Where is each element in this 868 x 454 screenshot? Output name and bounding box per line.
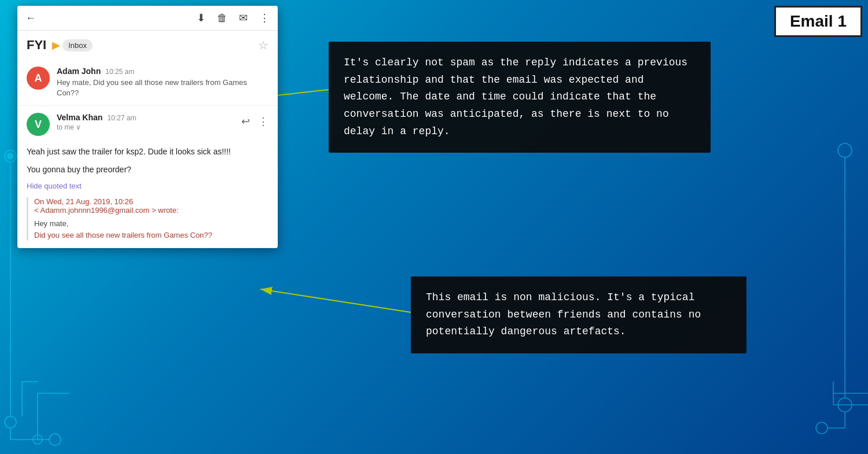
sender-name-1: Adam John bbox=[57, 67, 101, 76]
email-row-1[interactable]: A Adam John 10:25 am Hey mate, Did you s… bbox=[17, 60, 278, 106]
svg-point-12 bbox=[838, 143, 852, 157]
email-panel: ← ⬇ 🗑 ✉ ⋮ FYI ▶ Inbox ☆ A Adam John 10:2… bbox=[17, 6, 278, 248]
avatar-adam: A bbox=[27, 67, 50, 90]
toolbar: ← ⬇ 🗑 ✉ ⋮ bbox=[17, 6, 278, 31]
quoted-text: Hey mate, Did you see all those new trai… bbox=[34, 218, 269, 241]
expanded-info: Velma Khan 10:27 am to me ∨ bbox=[57, 113, 241, 131]
quoted-greeting: Hey mate, bbox=[34, 218, 269, 230]
svg-point-2 bbox=[49, 434, 61, 445]
body-line-2: You gonna buy the preorder? bbox=[27, 163, 269, 176]
toolbar-icons: ⬇ 🗑 ✉ ⋮ bbox=[197, 12, 270, 24]
body-line-1: Yeah just saw the trailer for ksp2. Dude… bbox=[27, 145, 269, 158]
email-body: Yeah just saw the trailer for ksp2. Dude… bbox=[27, 145, 269, 176]
sender-name-2: Velma Khan bbox=[57, 113, 102, 122]
expand-icons: ↩ ⋮ bbox=[241, 115, 269, 128]
email-expanded: V Velma Khan 10:27 am to me ∨ ↩ ⋮ Yeah j… bbox=[17, 106, 278, 248]
email-expanded-header: V Velma Khan 10:27 am to me ∨ ↩ ⋮ bbox=[27, 113, 269, 136]
quoted-header: On Wed, 21 Aug. 2019, 10:26 < Adamm.john… bbox=[34, 197, 269, 215]
annotation-box-2: This email is non malicious. It's a typi… bbox=[411, 276, 746, 353]
svg-line-23 bbox=[260, 289, 411, 312]
sender-line-2: Velma Khan 10:27 am bbox=[57, 113, 241, 122]
email-title: Email 1 bbox=[790, 12, 847, 30]
more-icon-2[interactable]: ⋮ bbox=[258, 115, 269, 128]
email1-info: Adam John 10:25 am Hey mate, Did you see… bbox=[57, 67, 269, 98]
email-time-2: 10:27 am bbox=[107, 114, 136, 122]
annotation-box-1: It's clearly not spam as the reply indic… bbox=[329, 42, 711, 153]
mail-icon[interactable]: ✉ bbox=[239, 12, 248, 24]
quoted-block: On Wed, 21 Aug. 2019, 10:26 < Adamm.john… bbox=[27, 197, 269, 241]
archive-icon[interactable]: ⬇ bbox=[197, 12, 205, 24]
quoted-body: Did you see all those new trailers from … bbox=[34, 230, 269, 241]
delete-icon[interactable]: 🗑 bbox=[217, 12, 227, 24]
subject-title: FYI bbox=[27, 38, 46, 53]
hide-quoted-button[interactable]: Hide quoted text bbox=[27, 182, 269, 190]
email-preview-1: Hey mate, Did you see all those new trai… bbox=[57, 77, 269, 98]
email-badge: Email 1 bbox=[774, 6, 862, 37]
star-icon[interactable]: ☆ bbox=[258, 38, 269, 52]
back-button[interactable]: ← bbox=[25, 12, 36, 24]
inbox-badge[interactable]: Inbox bbox=[62, 39, 93, 51]
to-me[interactable]: to me ∨ bbox=[57, 123, 241, 131]
svg-point-0 bbox=[5, 150, 16, 162]
more-icon[interactable]: ⋮ bbox=[259, 12, 270, 24]
svg-point-14 bbox=[816, 422, 827, 434]
avatar-velma: V bbox=[27, 113, 50, 136]
svg-point-9 bbox=[33, 435, 42, 444]
reply-icon[interactable]: ↩ bbox=[241, 115, 250, 128]
svg-point-1 bbox=[5, 416, 16, 428]
sender-line-1: Adam John 10:25 am bbox=[57, 67, 269, 76]
lightning-icon: ▶ bbox=[52, 39, 60, 51]
email-time-1: 10:25 am bbox=[105, 68, 134, 76]
subject-row: FYI ▶ Inbox ☆ bbox=[17, 31, 278, 60]
svg-point-3 bbox=[8, 153, 13, 159]
svg-point-13 bbox=[838, 398, 852, 412]
